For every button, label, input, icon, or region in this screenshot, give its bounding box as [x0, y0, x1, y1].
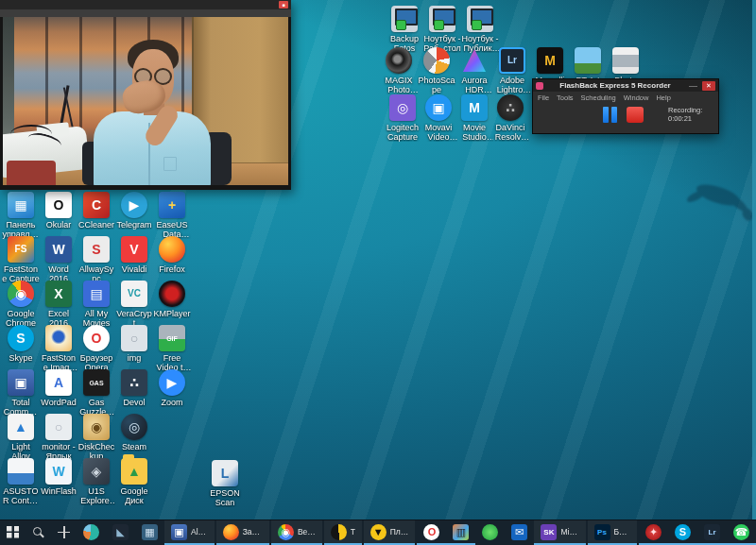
icon-google-chrome[interactable]: ◉Google Chrome [2, 281, 40, 328]
icon-asustor-control[interactable]: ASUSTOR Control ... [2, 458, 40, 505]
icon-allwaysync[interactable]: SAllwaySync [77, 236, 115, 283]
recorder-menu-tools[interactable]: Tools [557, 94, 574, 102]
icon-u1s-explorer[interactable]: ◈U1S Explorer Standard A... [77, 458, 115, 505]
icon-zoom[interactable]: ▶Zoom [153, 369, 191, 407]
icon-img-folder[interactable]: ○img [115, 325, 153, 363]
taskbar-task-photoshop[interactable]: PsБез имени-1 ... [588, 520, 638, 545]
webcam-video-feed [3, 17, 288, 185]
icon-photo-pro-x-image [386, 47, 412, 74]
taskbar-app-lightroom[interactable]: Lr [697, 520, 727, 545]
icon-photo-pro-x[interactable]: MAGIX Photo Pro X [380, 47, 418, 94]
taskbar-app-capture[interactable] [77, 520, 106, 545]
taskbar-app-swoosh-icon: ◣ [112, 524, 129, 540]
icon-telegram[interactable]: ▶Telegram [115, 192, 153, 230]
taskbar-app-swoosh[interactable]: ◣ [106, 520, 135, 545]
icon-all-my-movies-image: ▤ [83, 281, 110, 307]
icon-notebook-rab-stol[interactable]: Ноутбук - Раб. стол [423, 6, 461, 53]
flashback-recorder-window[interactable]: FlashBack Express 5 Recorder — ✕ FileToo… [532, 78, 719, 134]
recorder-close-button[interactable]: ✕ [702, 81, 715, 91]
webcam-titlebar: ■ [0, 0, 291, 9]
icon-epson-scan-label: EPSON Scan [206, 488, 244, 507]
icon-okular[interactable]: OOkular [40, 192, 77, 230]
start-button[interactable] [0, 520, 26, 545]
webcam-window[interactable]: ■ [0, 0, 291, 190]
taskbar-app-remote-pc[interactable]: ▦ [135, 520, 164, 545]
taskbar-task-microsoft-sk[interactable]: SKMicrosoft Fron... [534, 520, 585, 545]
taskbar-app-mail[interactable]: ✉ [505, 520, 534, 545]
icon-diskcheckup[interactable]: ◉DiskCheckup [77, 414, 115, 461]
icon-faststone-capture[interactable]: FSFastStone Capture [2, 236, 40, 283]
icon-telegram-image: ▶ [121, 192, 147, 218]
icon-davinci-resolve-label: DaVinci Resolve Proj... [491, 123, 529, 142]
icon-control-panel-glyph: ▦ [14, 198, 26, 212]
taskbar-task-batman-player[interactable]: ▼Плеер соедин... [364, 520, 416, 545]
taskbar-task-total-commander[interactable]: ▣Alex Fdm^ - T... [164, 520, 215, 545]
icon-steam[interactable]: ◎Steam [115, 414, 153, 451]
icon-adobe-lightroom[interactable]: LrAdobe Lightroom [493, 47, 531, 94]
stop-button[interactable] [627, 107, 644, 123]
icon-free-video-to-gif[interactable]: GIFFree Video to GIF Converter [153, 325, 191, 372]
icon-total-commander[interactable]: ▣Total Commande... [2, 369, 40, 417]
icon-gas-guzzlers-image: GAS [83, 369, 110, 396]
icon-firefox[interactable]: Firefox [153, 236, 191, 274]
icon-u1s-explorer-image: ◈ [83, 458, 110, 485]
icon-ccleaner[interactable]: CCCleaner [77, 192, 115, 230]
icon-aurora-hdr-2019[interactable]: Aurora HDR 2019 [455, 47, 493, 94]
icon-all-my-movies[interactable]: ▤All My Movies [77, 281, 115, 328]
taskbar-app-red[interactable]: ✦ [639, 520, 668, 545]
icon-epson-scan[interactable]: LEPSON Scan [206, 460, 244, 507]
taskbar-app-movie-maker[interactable]: ▥ [446, 520, 475, 545]
icon-faststone-capture-image: FS [8, 236, 34, 263]
taskbar-app-opera[interactable]: O [417, 520, 446, 545]
taskbar-app-green[interactable] [475, 520, 505, 545]
icon-img-folder-image: ○ [121, 325, 147, 351]
icon-excel-2016-image: X [45, 281, 72, 307]
pause-button[interactable] [603, 107, 617, 123]
taskbar-app-movie-maker-icon: ▥ [453, 524, 469, 540]
search-button[interactable] [26, 520, 51, 545]
icon-mercalli-4-image: M [537, 47, 563, 74]
recorder-menu-file[interactable]: File [538, 94, 549, 102]
icon-control-panel[interactable]: ▦Панель управления [2, 192, 40, 239]
icon-google-drive[interactable]: ▲Google Диск [115, 458, 153, 505]
recorder-menu-scheduling[interactable]: Scheduling [581, 94, 616, 102]
icon-wordpad[interactable]: AWordPad [40, 369, 77, 407]
icon-excel-2016[interactable]: XExcel 2016 [40, 281, 77, 328]
icon-gas-guzzlers[interactable]: GASGas Guzzlers Extreme [77, 369, 115, 417]
recorder-menu-window[interactable]: Window [624, 94, 649, 102]
recorder-minimize-button[interactable]: — [687, 83, 699, 89]
taskbar-task-batman-player-label: Плеер соедин... [390, 527, 409, 536]
taskbar-task-firefox[interactable]: Заявка на курс... [216, 520, 269, 545]
taskbar-task-the-bat[interactable]: The Bat! [324, 520, 362, 545]
icon-devol[interactable]: ∴Devol [115, 369, 153, 407]
icon-vivaldi[interactable]: VVivaldi [115, 236, 153, 274]
icon-asustor-control-image [8, 458, 34, 485]
icon-movavi-video-editor[interactable]: ▣Movavi Video Editor Plus 2... [420, 94, 457, 142]
taskbar-app-skype[interactable]: S [668, 520, 697, 545]
icon-logitech-capture[interactable]: ◎Logitech Capture [384, 94, 421, 142]
icon-backup-fotos[interactable]: Backup Fotos [386, 6, 423, 53]
icon-opera-browser[interactable]: OБраузер Opera [77, 325, 115, 372]
icon-skype[interactable]: SSkype [2, 325, 40, 363]
icon-winflash[interactable]: WWinFlash [40, 458, 77, 496]
icon-notebook-publikacii[interactable]: Ноутбук - Публикации [461, 6, 499, 53]
icon-photoscape[interactable]: PhotoScape [418, 47, 455, 94]
icon-kmplayer[interactable]: KMPlayer [153, 281, 191, 318]
icon-movie-studio[interactable]: MMovie Studio 16.0 Platinum [455, 94, 493, 142]
crosshair-button[interactable] [51, 520, 77, 545]
icon-veracrypt[interactable]: VCVeraCrypt [115, 281, 153, 328]
icon-easeus-data-recovery[interactable]: +EaseUS Data Recovery ... [153, 192, 191, 239]
icon-light-alloy[interactable]: ▲Light Alloy [2, 414, 40, 461]
icon-monitor-shortcut[interactable]: ○monitor - Ярлык [40, 414, 77, 461]
icon-faststone-image-viewer[interactable]: FastStone Image Viewer [40, 325, 77, 372]
webcam-close-button[interactable]: ■ [279, 1, 288, 9]
icon-img-folder-label: img [115, 353, 153, 363]
taskbar-app-whatsapp[interactable]: ☎ [727, 520, 756, 545]
taskbar-app-whatsapp-icon: ☎ [733, 524, 749, 540]
icon-kmplayer-label: KMPlayer [153, 309, 191, 318]
taskbar-task-chrome[interactable]: ◉Веб-версия C... [271, 520, 322, 545]
desktop-wallpaper: ▦Панель управленияOOkularCCCleaner▶Teleg… [0, 0, 756, 545]
recorder-menu-help[interactable]: Help [656, 94, 670, 102]
icon-word-2016[interactable]: WWord 2016 [40, 236, 77, 283]
icon-davinci-resolve[interactable]: ∴DaVinci Resolve Proj... [491, 94, 529, 142]
